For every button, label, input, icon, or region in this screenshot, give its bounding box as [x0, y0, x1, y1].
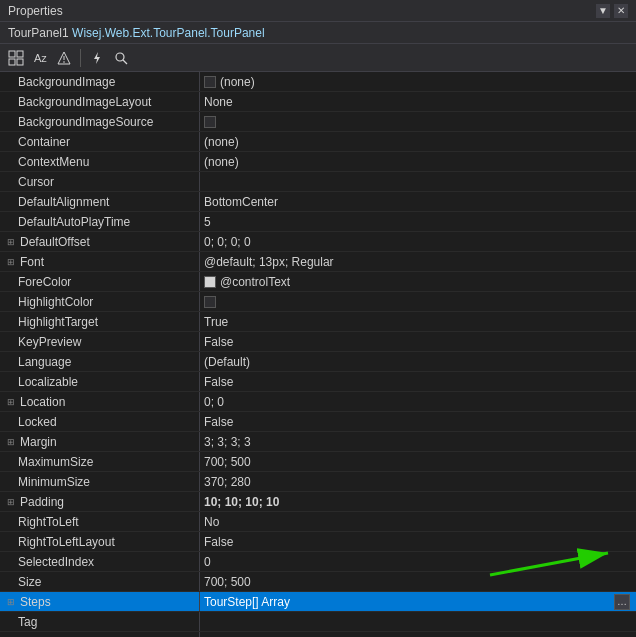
svg-text:Az: Az	[34, 52, 47, 64]
prop-row-defaultalignment[interactable]: DefaultAlignmentBottomCenter	[0, 192, 636, 212]
prop-val-text-backgroundimagelayout: None	[204, 95, 233, 109]
expand-icon-margin[interactable]: ⊞	[4, 435, 18, 449]
prop-label-highlightcolor: HighlightColor	[18, 295, 93, 309]
prop-value-container: (none)	[200, 132, 636, 151]
prop-val-text-steps: TourStep[] Array	[204, 595, 290, 609]
prop-value-righttoleft: No	[200, 512, 636, 531]
prop-value-backgroundimage: (none)	[200, 72, 636, 91]
title-bar-left: Properties	[8, 4, 63, 18]
expand-icon-location[interactable]: ⊞	[4, 395, 18, 409]
prop-row-text[interactable]: Text	[0, 632, 636, 637]
prop-label-size: Size	[18, 575, 41, 589]
toolbar-separator	[80, 49, 81, 67]
prop-row-keypreview[interactable]: KeyPreviewFalse	[0, 332, 636, 352]
prop-row-cursor[interactable]: Cursor	[0, 172, 636, 192]
prop-val-text-minimumsize: 370; 280	[204, 475, 251, 489]
sort-button[interactable]: Az	[30, 48, 50, 68]
prop-row-locked[interactable]: LockedFalse	[0, 412, 636, 432]
prop-row-location[interactable]: ⊞Location0; 0	[0, 392, 636, 412]
svg-line-10	[123, 60, 127, 64]
prop-row-localizable[interactable]: LocalizableFalse	[0, 372, 636, 392]
expand-icon-font[interactable]: ⊞	[4, 255, 18, 269]
prop-value-righttoleftlayout: False	[200, 532, 636, 551]
prop-value-cursor	[200, 172, 636, 191]
prop-val-text-highlighttarget: True	[204, 315, 228, 329]
prop-value-location: 0; 0	[200, 392, 636, 411]
prop-row-defaultautoplaytime[interactable]: DefaultAutoPlayTime5	[0, 212, 636, 232]
prop-row-language[interactable]: Language(Default)	[0, 352, 636, 372]
prop-row-maximumsize[interactable]: MaximumSize700; 500	[0, 452, 636, 472]
prop-label-steps: Steps	[20, 595, 51, 609]
prop-val-text-keypreview: False	[204, 335, 233, 349]
prop-row-selectedindex[interactable]: SelectedIndex0	[0, 552, 636, 572]
expand-icon-steps[interactable]: ⊞	[4, 595, 18, 609]
prop-name-text: Text	[0, 632, 200, 637]
prop-name-righttoleftlayout: RightToLeftLayout	[0, 532, 200, 551]
prop-val-text-defaultautoplaytime: 5	[204, 215, 211, 229]
expand-icon-defaultoffset[interactable]: ⊞	[4, 235, 18, 249]
prop-val-text-font: @default; 13px; Regular	[204, 255, 334, 269]
ellipsis-button-steps[interactable]: …	[614, 594, 630, 610]
prop-row-forecolor[interactable]: ForeColor@controlText	[0, 272, 636, 292]
prop-row-highlightcolor[interactable]: HighlightColor	[0, 292, 636, 312]
prop-row-backgroundimagesource[interactable]: BackgroundImageSource	[0, 112, 636, 132]
prop-row-backgroundimage[interactable]: BackgroundImage(none)	[0, 72, 636, 92]
prop-row-padding[interactable]: ⊞Padding10; 10; 10; 10	[0, 492, 636, 512]
prop-name-forecolor: ForeColor	[0, 272, 200, 291]
color-swatch-forecolor	[204, 276, 216, 288]
prop-value-margin: 3; 3; 3; 3	[200, 432, 636, 451]
prop-row-contextmenu[interactable]: ContextMenu(none)	[0, 152, 636, 172]
prop-name-defaultautoplaytime: DefaultAutoPlayTime	[0, 212, 200, 231]
prop-val-text-size: 700; 500	[204, 575, 251, 589]
prop-label-container: Container	[18, 135, 70, 149]
search-button[interactable]	[111, 48, 131, 68]
prop-value-size: 700; 500	[200, 572, 636, 591]
prop-label-keypreview: KeyPreview	[18, 335, 81, 349]
svg-point-9	[116, 53, 124, 61]
prop-row-defaultoffset[interactable]: ⊞DefaultOffset0; 0; 0; 0	[0, 232, 636, 252]
prop-value-localizable: False	[200, 372, 636, 391]
prop-row-steps[interactable]: ⊞StepsTourStep[] Array…	[0, 592, 636, 612]
prop-label-contextmenu: ContextMenu	[18, 155, 89, 169]
prop-name-locked: Locked	[0, 412, 200, 431]
prop-row-tag[interactable]: Tag	[0, 612, 636, 632]
prop-label-font: Font	[20, 255, 44, 269]
prop-value-forecolor: @controlText	[200, 272, 636, 291]
prop-row-container[interactable]: Container(none)	[0, 132, 636, 152]
prop-label-language: Language	[18, 355, 71, 369]
svg-point-7	[63, 61, 65, 63]
prop-val-text-forecolor: @controlText	[220, 275, 290, 289]
svg-marker-8	[94, 52, 100, 64]
expand-icon-padding[interactable]: ⊞	[4, 495, 18, 509]
prop-row-font[interactable]: ⊞Font@default; 13px; Regular	[0, 252, 636, 272]
prop-row-minimumsize[interactable]: MinimumSize370; 280	[0, 472, 636, 492]
prop-val-text-righttoleftlayout: False	[204, 535, 233, 549]
prop-label-margin: Margin	[20, 435, 57, 449]
svg-rect-2	[9, 59, 15, 65]
prop-row-size[interactable]: Size700; 500	[0, 572, 636, 592]
prop-row-highlighttarget[interactable]: HighlightTargetTrue	[0, 312, 636, 332]
toolbar: Az	[0, 44, 636, 72]
prop-row-margin[interactable]: ⊞Margin3; 3; 3; 3	[0, 432, 636, 452]
properties-panel: Properties ▼ ✕ TourPanel1 Wisej.Web.Ext.…	[0, 0, 636, 637]
prop-value-defaultautoplaytime: 5	[200, 212, 636, 231]
prop-row-righttoleft[interactable]: RightToLeftNo	[0, 512, 636, 532]
prop-val-text-location: 0; 0	[204, 395, 224, 409]
pin-button[interactable]: ▼	[596, 4, 610, 18]
bolt-button[interactable]	[87, 48, 107, 68]
prop-row-righttoleftlayout[interactable]: RightToLeftLayoutFalse	[0, 532, 636, 552]
close-button[interactable]: ✕	[614, 4, 628, 18]
prop-value-defaultalignment: BottomCenter	[200, 192, 636, 211]
prop-name-backgroundimagelayout: BackgroundImageLayout	[0, 92, 200, 111]
prop-value-font: @default; 13px; Regular	[200, 252, 636, 271]
events-button[interactable]	[54, 48, 74, 68]
prop-label-location: Location	[20, 395, 65, 409]
prop-row-backgroundimagelayout[interactable]: BackgroundImageLayoutNone	[0, 92, 636, 112]
prop-label-backgroundimagelayout: BackgroundImageLayout	[18, 95, 151, 109]
grid-view-button[interactable]	[6, 48, 26, 68]
prop-name-location: ⊞Location	[0, 392, 200, 411]
title-bar: Properties ▼ ✕	[0, 0, 636, 22]
prop-label-forecolor: ForeColor	[18, 275, 71, 289]
prop-value-text	[200, 632, 636, 637]
prop-name-backgroundimage: BackgroundImage	[0, 72, 200, 91]
